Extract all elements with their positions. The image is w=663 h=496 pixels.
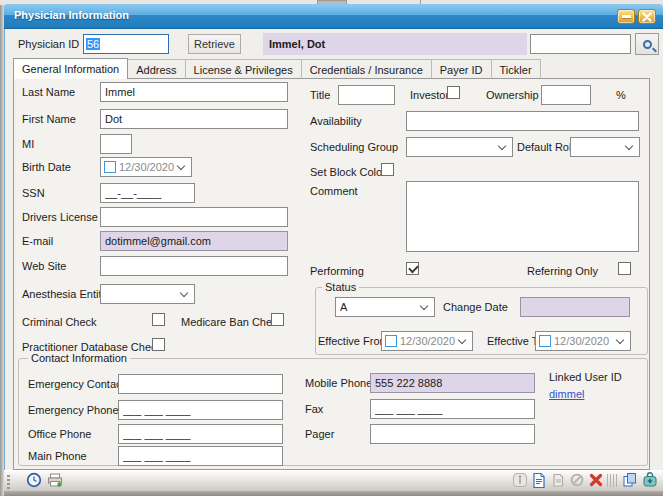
practitioner-database-check-checkbox[interactable] [152,338,165,351]
emergency-contact-input[interactable] [118,374,283,394]
emergency-phone-input[interactable] [118,400,283,420]
linked-user-id-label: Linked User ID [549,371,622,383]
window-title: Physician Information [14,9,129,21]
delete-button[interactable] [588,472,604,488]
first-name-input[interactable] [100,109,288,129]
referring-only-label: Referring Only [527,265,598,277]
web-site-input[interactable] [100,256,288,276]
effective-from-picker[interactable]: 12/30/2020 [381,331,473,351]
close-icon [642,12,652,22]
status-group-title: Status [322,281,359,293]
fax-label: Fax [305,403,323,415]
ownership-label: Ownership [486,89,539,101]
effective-to-checkbox[interactable] [539,335,551,347]
office-phone-input[interactable] [118,424,283,444]
physician-id-input[interactable]: 56 [83,34,169,54]
performing-checkbox[interactable] [406,262,419,275]
last-name-input[interactable] [100,82,288,102]
close-button[interactable] [638,9,656,24]
default-role-dropdown[interactable] [570,137,640,157]
tab-payer-id[interactable]: Payer ID [431,59,492,79]
anesthesia-entity-label: Anesthesia Entity [22,288,107,300]
availability-input[interactable] [406,111,639,131]
emergency-phone-label: Emergency Phone [28,404,119,416]
status-dropdown[interactable]: A [335,297,435,317]
birth-date-checkbox[interactable] [104,161,116,173]
window-bottom-edge [4,491,663,496]
effective-to-value: 12/30/2020 [554,335,617,347]
investor-label: Investor [410,89,449,101]
physician-id-selected-text: 56 [86,38,100,50]
email-input[interactable] [100,231,288,251]
comment-textarea[interactable] [406,181,639,252]
search-button[interactable] [635,33,659,55]
medical-case-icon [642,472,658,488]
investor-checkbox[interactable] [447,86,460,99]
effective-from-label: Effective From [318,335,389,347]
effective-to-picker[interactable]: 12/30/2020 [535,331,631,351]
medical-case-button[interactable] [642,472,658,488]
chevron-down-icon [180,288,188,296]
print-icon [47,472,63,488]
print-button[interactable] [47,472,63,488]
title-field-input[interactable] [338,85,395,105]
mi-input[interactable] [100,134,132,154]
pager-input[interactable] [370,424,535,444]
effective-from-value: 12/30/2020 [400,335,459,347]
availability-label: Availability [310,115,362,127]
toolbar-grip[interactable] [7,475,10,489]
retrieve-button[interactable]: Retrieve [188,34,241,54]
chevron-down-icon [616,335,624,343]
save-document-button[interactable] [550,472,566,488]
save-document-icon [550,472,566,488]
tab-tickler[interactable]: Tickler [491,59,541,79]
toolbar-separator [607,474,619,487]
scheduling-group-dropdown[interactable] [406,137,513,157]
last-name-label: Last Name [22,86,75,98]
effective-from-checkbox[interactable] [385,335,397,347]
linked-user-id-link[interactable]: dimmel [549,388,584,400]
info-button[interactable] [512,472,528,488]
status-value: A [336,301,421,313]
tab-license-privileges[interactable]: License & Privileges [185,59,302,79]
referring-only-checkbox[interactable] [618,262,631,275]
anesthesia-entity-dropdown[interactable] [100,284,195,304]
quick-search-input[interactable] [530,34,631,54]
drivers-license-input[interactable] [100,207,288,227]
birth-date-picker[interactable]: 12/30/2020 [100,157,192,177]
copy-records-button[interactable] [622,472,638,488]
chevron-down-icon [420,301,428,309]
ssn-input[interactable] [100,183,195,203]
void-button[interactable] [569,472,585,488]
new-document-icon [531,472,547,488]
ownership-input[interactable] [541,85,591,105]
criminal-check-checkbox[interactable] [152,313,165,326]
delete-x-icon [588,472,604,488]
mi-label: MI [22,138,34,150]
new-document-button[interactable] [531,472,547,488]
mobile-phone-input[interactable] [370,373,535,393]
web-site-label: Web Site [22,260,66,272]
tab-credentials-insurance[interactable]: Credentials / Insurance [301,59,432,79]
set-block-color-checkbox[interactable] [381,163,394,176]
minimize-button[interactable] [617,9,635,24]
title-field-label: Title [310,89,330,101]
chevron-down-icon [458,335,466,343]
drivers-license-label: Drivers License [22,211,98,223]
main-phone-label: Main Phone [28,450,87,462]
tab-strip: General Information Address License & Pr… [13,58,541,79]
minimize-icon [622,15,631,18]
medicare-ban-check-checkbox[interactable] [271,313,284,326]
medicare-ban-check-label: Medicare Ban Check [181,316,283,328]
fax-input[interactable] [370,399,535,419]
comment-label: Comment [310,185,358,197]
clock-button[interactable] [26,472,42,488]
email-label: E-mail [22,235,53,247]
chevron-down-icon [625,141,633,149]
tab-general-information[interactable]: General Information [13,58,128,79]
change-date-field[interactable] [520,297,630,317]
main-phone-input[interactable] [118,446,283,466]
screen: Physician Information Physician ID 56 Re… [0,0,663,496]
chevron-down-icon [177,161,185,169]
tab-address[interactable]: Address [127,59,185,79]
